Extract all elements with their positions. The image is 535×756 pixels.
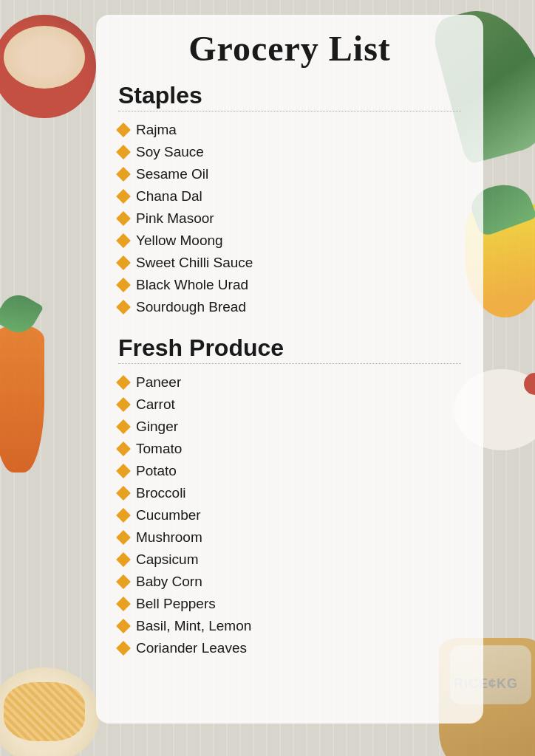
diamond-icon [116, 123, 131, 137]
staples-section-title: Staples [118, 82, 461, 109]
list-item: Basil, Mint, Lemon [118, 615, 461, 637]
list-item: Mushroom [118, 526, 461, 549]
list-item: Cucumber [118, 504, 461, 526]
list-item: Yellow Moong [118, 230, 461, 252]
list-item: Capsicum [118, 549, 461, 571]
item-label: Yellow Moong [136, 233, 223, 249]
list-item: Potato [118, 460, 461, 482]
list-item: Rajma [118, 119, 461, 141]
item-label: Carrot [136, 396, 175, 413]
diamond-icon [116, 167, 131, 182]
list-item: Sesame Oil [118, 163, 461, 185]
diamond-icon [116, 300, 131, 315]
diamond-icon [116, 255, 131, 270]
item-label: Black Whole Urad [136, 277, 248, 293]
item-label: Sweet Chilli Sauce [136, 255, 253, 271]
list-item: Sourdough Bread [118, 296, 461, 318]
deco-pasta-icon [0, 667, 100, 756]
diamond-icon [116, 641, 131, 656]
staples-list: Rajma Soy Sauce Sesame Oil Chana Dal Pin… [118, 119, 461, 318]
item-label: Basil, Mint, Lemon [136, 618, 251, 634]
list-item: Pink Masoor [118, 207, 461, 230]
list-item: Carrot [118, 394, 461, 416]
item-label: Tomato [136, 441, 182, 457]
item-label: Sourdough Bread [136, 299, 246, 315]
item-label: Ginger [136, 419, 178, 435]
item-label: Soy Sauce [136, 144, 204, 160]
list-item: Broccoli [118, 482, 461, 504]
fresh-produce-list: Paneer Carrot Ginger Tomato Potato Brocc… [118, 371, 461, 659]
content-card: Grocery List Staples Rajma Soy Sauce Ses… [96, 15, 483, 724]
item-label: Pink Masoor [136, 210, 214, 227]
diamond-icon [116, 464, 131, 478]
diamond-icon [116, 486, 131, 501]
item-label: Broccoli [136, 485, 186, 501]
diamond-icon [116, 233, 131, 248]
item-label: Mushroom [136, 529, 202, 546]
list-item: Tomato [118, 438, 461, 460]
list-item: Sweet Chilli Sauce [118, 252, 461, 274]
fresh-produce-section-title: Fresh Produce [118, 334, 461, 362]
diamond-icon [116, 397, 131, 412]
diamond-icon [116, 508, 131, 523]
diamond-icon [116, 441, 131, 456]
item-label: Sesame Oil [136, 166, 208, 182]
list-item: Soy Sauce [118, 141, 461, 163]
item-label: Potato [136, 463, 177, 479]
staples-divider [118, 111, 461, 111]
item-label: Paneer [136, 374, 181, 391]
item-label: Capsicum [136, 551, 198, 568]
list-item: Bell Peppers [118, 593, 461, 615]
diamond-icon [116, 375, 131, 390]
item-label: Cucumber [136, 507, 201, 523]
list-item: Ginger [118, 416, 461, 438]
diamond-icon [116, 574, 131, 589]
item-label: Baby Corn [136, 574, 202, 590]
item-label: Chana Dal [136, 188, 202, 205]
diamond-icon [116, 530, 131, 545]
page-title: Grocery List [118, 28, 461, 69]
diamond-icon [116, 419, 131, 434]
diamond-icon [116, 189, 131, 204]
list-item: Chana Dal [118, 185, 461, 207]
item-label: Coriander Leaves [136, 640, 247, 656]
list-item: Black Whole Urad [118, 274, 461, 296]
diamond-icon [116, 597, 131, 611]
deco-bowl-icon [0, 15, 96, 118]
diamond-icon [116, 145, 131, 159]
item-label: Bell Peppers [136, 596, 216, 612]
deco-carrot-icon [0, 325, 44, 472]
diamond-icon [116, 552, 131, 567]
item-label: Rajma [136, 122, 177, 138]
diamond-icon [116, 278, 131, 292]
diamond-icon [116, 619, 131, 633]
diamond-icon [116, 211, 131, 226]
page-wrapper: Grocery List Staples Rajma Soy Sauce Ses… [0, 15, 535, 756]
list-item: Coriander Leaves [118, 637, 461, 659]
list-item: Paneer [118, 371, 461, 394]
fresh-produce-divider [118, 363, 461, 364]
list-item: Baby Corn [118, 571, 461, 593]
